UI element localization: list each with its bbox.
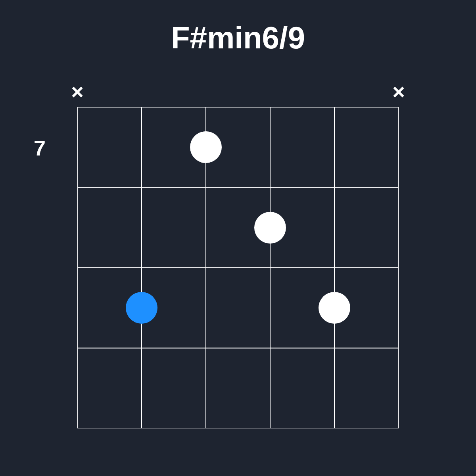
chord-diagram: 7 × × xyxy=(77,107,399,428)
start-fret-label: 7 xyxy=(34,136,46,160)
mute-mark-string-6: × xyxy=(391,79,407,104)
finger-dot xyxy=(190,131,222,163)
finger-dot-root xyxy=(126,292,157,324)
fretboard-grid xyxy=(77,107,399,428)
finger-dot xyxy=(319,292,350,324)
chord-title: F#min6/9 xyxy=(0,20,476,56)
mute-mark-string-1: × xyxy=(69,79,85,104)
finger-dot xyxy=(254,212,286,244)
